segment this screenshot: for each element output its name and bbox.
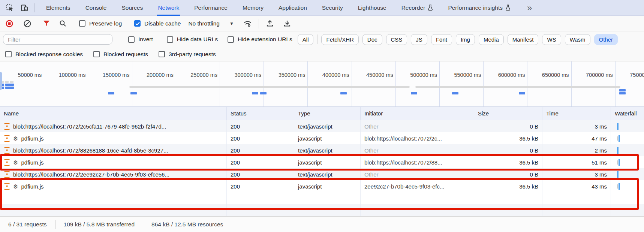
table-row[interactable]: ‹›⚙pdfium.js200javascriptblob:https://lo… — [0, 132, 644, 144]
invert-checkbox-box[interactable] — [128, 36, 135, 43]
filter-chip-doc[interactable]: Doc — [362, 34, 382, 45]
preserve-log-checkbox[interactable]: Preserve log — [79, 20, 122, 27]
request-name[interactable]: pdfium.js — [21, 159, 43, 166]
table-row[interactable]: ‹›⚙pdfium.js200javascript2ee92c27-b70b-4… — [0, 180, 644, 192]
script-file-icon: ‹› — [4, 183, 10, 190]
filter-chip-js[interactable]: JS — [411, 34, 427, 45]
blocked-response-cookies-checkbox-box[interactable] — [5, 51, 12, 57]
filter-chip-css[interactable]: CSS — [386, 34, 407, 45]
timeline-tick-label: 700000 ms — [578, 72, 613, 78]
search-icon[interactable] — [57, 18, 69, 29]
request-status: 200 — [231, 159, 240, 166]
column-header-initiator[interactable]: Initiator — [361, 107, 474, 120]
request-type: text/javascript — [298, 171, 332, 178]
tab-performance[interactable]: Performance — [193, 0, 229, 16]
filter-chip-manifest[interactable]: Manifest — [508, 34, 539, 45]
filter-chip-other[interactable]: Other — [594, 34, 618, 45]
timeline-tick-label: 50000 ms — [7, 72, 42, 78]
export-har-icon[interactable] — [282, 18, 293, 29]
chip-divider — [317, 34, 318, 44]
request-time: 3 ms — [595, 171, 607, 178]
request-name[interactable]: blob:https://localhost:7072/2c5cfa11-767… — [13, 123, 166, 130]
filter-chip-all[interactable]: All — [298, 34, 314, 45]
tab-network[interactable]: Network — [157, 0, 180, 16]
filter-chip-font[interactable]: Font — [431, 34, 452, 45]
tab-application[interactable]: Application — [277, 0, 308, 16]
request-name[interactable]: pdfium.js — [21, 183, 43, 190]
more-tabs-icon[interactable]: » — [527, 3, 531, 13]
request-initiator[interactable]: blob:https://localhost:7072/2c... — [364, 135, 442, 142]
filter-chip-ws[interactable]: WS — [542, 34, 561, 45]
tab-memory[interactable]: Memory — [241, 0, 265, 16]
disable-cache-checkbox-box[interactable] — [134, 20, 141, 27]
waterfall-bar-gray — [617, 136, 618, 141]
network-overview-timeline[interactable]: 50000 ms100000 ms150000 ms200000 ms25000… — [0, 61, 644, 107]
tab-elements[interactable]: Elements — [45, 0, 72, 16]
tab-lighthouse[interactable]: Lighthouse — [357, 0, 388, 16]
overview-request-marker — [411, 92, 417, 94]
filter-chip-img[interactable]: Img — [456, 34, 475, 45]
hide-data-urls-checkbox[interactable]: Hide data URLs — [167, 36, 218, 43]
table-row[interactable]: ‹›blob:https://localhost:7072/2c5cfa11-7… — [0, 120, 644, 132]
tab-recorder[interactable]: Recorder — [400, 0, 434, 16]
throttling-caret-icon[interactable]: ▼ — [229, 21, 234, 26]
table-row[interactable]: ‹›blob:https://localhost:7072/2ee92c27-b… — [0, 168, 644, 180]
tab-sources[interactable]: Sources — [121, 0, 144, 16]
hide-data-urls-checkbox-box[interactable] — [167, 36, 173, 43]
preserve-log-checkbox-box[interactable] — [79, 20, 85, 27]
table-row[interactable]: ‹›blob:https://localhost:7072/88268188-1… — [0, 144, 644, 156]
inspect-element-icon[interactable] — [5, 3, 15, 13]
request-type: text/javascript — [298, 147, 332, 154]
timeline-tick-label: 750000 ms — [622, 72, 644, 78]
throttling-select[interactable]: No throttling — [188, 20, 220, 27]
record-network-log-button[interactable] — [4, 18, 15, 29]
blocked-requests-checkbox-box[interactable] — [93, 51, 100, 57]
request-name[interactable]: pdfium.js — [21, 135, 43, 142]
filter-chip-fetch-xhr[interactable]: Fetch/XHR — [321, 34, 358, 45]
request-name[interactable]: blob:https://localhost:7072/88268188-16c… — [13, 147, 168, 154]
clear-network-log-button[interactable] — [22, 18, 33, 29]
overview-minimap-line — [415, 86, 620, 88]
network-conditions-icon[interactable] — [242, 18, 253, 29]
request-initiator[interactable]: blob:https://localhost:7072/88... — [364, 159, 442, 166]
hide-extension-urls-checkbox[interactable]: Hide extension URLs — [228, 36, 292, 43]
request-initiator[interactable]: 2ee92c27-b70b-4ec5-9f03-efc... — [364, 183, 444, 190]
column-header-status[interactable]: Status — [227, 107, 294, 120]
request-name[interactable]: blob:https://localhost:7072/2ee92c27-b70… — [13, 171, 169, 178]
overview-left-handle[interactable] — [0, 72, 2, 90]
script-file-icon: ‹› — [4, 159, 10, 166]
column-header-time[interactable]: Time — [542, 107, 611, 120]
gear-icon: ⚙ — [13, 184, 18, 189]
empty-table-row — [0, 192, 644, 204]
blocked-response-cookies-checkbox[interactable]: Blocked response cookies — [5, 51, 83, 58]
request-status: 200 — [231, 171, 240, 178]
import-har-icon[interactable] — [264, 18, 276, 29]
timeline-gridline — [264, 61, 264, 106]
waterfall-bar — [619, 183, 620, 190]
tab-console[interactable]: Console — [84, 0, 108, 16]
request-initiator: Other — [364, 147, 379, 154]
filter-input[interactable] — [3, 34, 112, 45]
summary-bar: 6 / 31 requests 109 kB / 5.8 MB transfer… — [0, 216, 644, 232]
table-row[interactable]: ‹›⚙pdfium.js200javascriptblob:https://lo… — [0, 156, 644, 168]
network-toolbar: Preserve log Disable cache No throttling… — [0, 16, 644, 31]
tab-security[interactable]: Security — [321, 0, 344, 16]
invert-checkbox[interactable]: Invert — [128, 36, 153, 43]
column-header-size[interactable]: Size — [474, 107, 542, 120]
script-file-icon: ‹› — [4, 135, 10, 142]
script-file-icon: ‹› — [4, 171, 10, 178]
column-header-waterfall[interactable]: Waterfall — [611, 107, 644, 120]
3rd-party-requests-checkbox-box[interactable] — [159, 51, 165, 57]
overview-request-marker — [519, 92, 525, 94]
column-header-type[interactable]: Type — [294, 107, 361, 120]
filter-chip-wasm[interactable]: Wasm — [565, 34, 590, 45]
filter-chip-media[interactable]: Media — [479, 34, 504, 45]
column-header-name[interactable]: Name — [0, 107, 227, 120]
disable-cache-checkbox[interactable]: Disable cache — [134, 20, 181, 27]
hide-extension-urls-checkbox-box[interactable] — [228, 36, 234, 43]
device-toolbar-icon[interactable] — [19, 3, 29, 13]
blocked-requests-checkbox[interactable]: Blocked requests — [93, 51, 148, 58]
filter-icon[interactable] — [41, 18, 52, 29]
tab-performance-insights[interactable]: Performance insights — [447, 0, 512, 16]
3rd-party-requests-checkbox[interactable]: 3rd-party requests — [159, 51, 216, 58]
